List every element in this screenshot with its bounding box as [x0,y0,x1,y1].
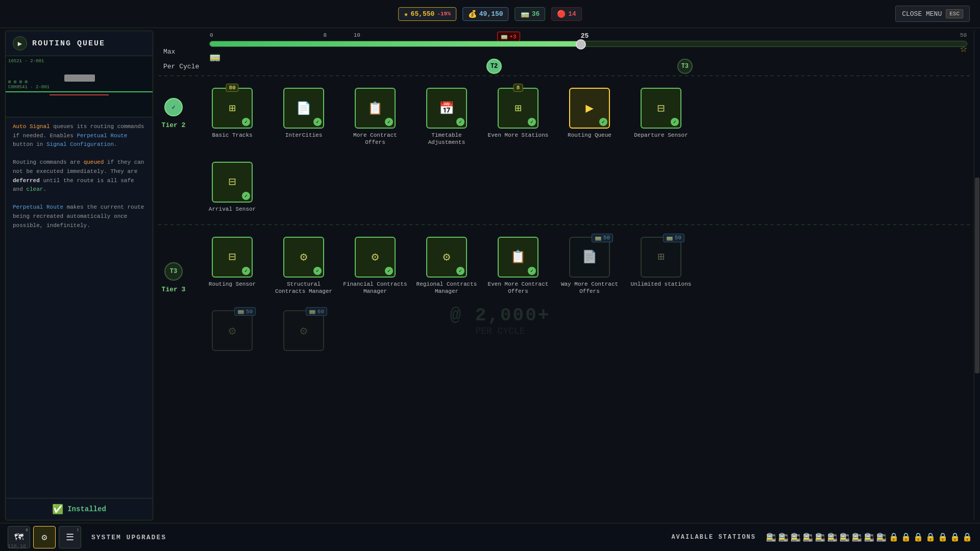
upgrade-departure-sensor[interactable]: ⊟ ✓ Departure Sensor [628,88,694,146]
unlimited-stations-name: Unlimited stations [631,281,692,288]
departure-sensor-icon-box: ⊟ ✓ [641,88,681,129]
stat-trains: 🚃 36 [515,7,546,21]
upgrade-even-more-contract[interactable]: 📋 ✓ Even More Contract Offers [485,237,551,295]
upgrade-basic-tracks[interactable]: ⊞ ✓ 80 Basic Tracks [199,88,265,146]
slider-thumb[interactable] [576,39,586,49]
station-icon-5: 🚉 [815,532,825,542]
close-menu-button[interactable]: CLOSE MENU ESC [895,6,970,22]
upgrade-tier3-item2[interactable]: ⚙ 🚃 60 [271,310,337,354]
way-more-contract-icon-box: 📄 🚃 50 [569,237,610,278]
preview-text: 16521 · 2-001 ⊞ ⊞ ⊞ ⊞ C0H0541 · 2-001 [8,59,50,90]
upgrade-routing-queue[interactable]: ▶ ✓ Routing Queue [556,88,623,146]
unlimited-stations-icon-box: ⊞ 🚃 50 [641,237,681,278]
perpetual-route-link[interactable]: Perpetual Route [77,133,127,139]
timetable-icon: 📅 [439,101,454,116]
tier3-section: T3 Tier 3 ⊟ ✓ Routing Sensor ⚙ ✓ Structu… [158,229,972,303]
tier3-divider [158,220,972,229]
station-icon-4: 🚉 [803,532,813,542]
cost-train-icon2: 🚃 [666,235,673,241]
upgrade-way-more-contract[interactable]: 📄 🚃 50 Way More Contract Offers [556,237,623,295]
money-icon: 💰 [468,10,477,18]
stat-trains-value: 36 [532,10,540,18]
station-icon-2: 🚉 [778,532,789,542]
tier3-icon: T3 [164,262,183,281]
upgrade-intercities[interactable]: 📄 ✓ InterCities [271,88,337,146]
alerts-icon: 🔴 [557,10,566,18]
basic-tracks-name: Basic Tracks [212,132,252,139]
station-icons-group: 🚉 🚉 🚉 🚉 🚉 🚉 🚉 🚉 🚉 🚉 🔒 🔒 🔒 🔒 🔒 🔒 🔒 [766,532,972,542]
toolbar-list-button[interactable]: ☰ I [59,526,81,548]
departure-sensor-icon: ⊟ [657,101,665,116]
tier3-item1-cost: 🚃 50 [234,307,256,316]
departure-sensor-name: Departure Sensor [634,132,688,139]
main-area[interactable]: ☆ Max 🚃 +3 0 8 10 25 50 [158,31,972,520]
routing-sensor-icon: ⊟ [229,249,236,264]
routing-queue-play-icon: ▶ [585,100,594,116]
stat-money: 💰 49,150 [462,7,509,21]
lock-icon-5: 🔒 [938,532,948,542]
installed-check-icon: ✅ [52,504,63,515]
timetable-check: ✓ [456,118,464,126]
even-more-contract-icon-box: 📋 ✓ [498,237,538,278]
marker-10: 10 [354,32,360,38]
divider-line-2 [158,224,972,225]
station-icon-3: 🚉 [791,532,801,542]
queued-text: queued [84,159,104,165]
even-more-contract-check: ✓ [528,267,536,275]
installed-label: Installed [67,505,106,513]
signal-config-link[interactable]: Signal Configuration [46,141,114,147]
overlay-price: @ 2,000+ [450,305,551,326]
tier3-item2-icon: ⚙ [300,323,307,338]
close-menu-label: CLOSE MENU [902,10,942,18]
overlay-sub: PER CYCLE [450,326,551,336]
slider-max-value: 50 [960,32,967,38]
way-more-contract-name: Way More Contract Offers [556,281,623,295]
system-upgrades-label: SYSTEM UPGRADES [91,534,166,541]
installed-badge: ✅ Installed [6,498,153,520]
upgrade-tier3-item1[interactable]: ⚙ 🚃 50 [199,310,265,354]
basic-tracks-badge: 80 [226,84,238,92]
lock-icon-7: 🔒 [962,532,972,542]
lock-icon-6: 🔒 [950,532,960,542]
upgrade-even-more-stations[interactable]: ⊞ ✓ 8 Even More Stations [485,88,551,146]
tier2-section: ✓ Tier 2 ⊞ ✓ 80 Basic Tracks 📄 ✓ InterCi… [158,80,972,154]
marker-0: 0 [210,32,213,38]
arrival-sensor-name: Arrival Sensor [209,206,256,213]
tier3-label: Tier 3 [162,286,186,293]
upgrade-routing-sensor[interactable]: ⊟ ✓ Routing Sensor [199,237,265,295]
way-more-contract-cost: 🚃 50 [592,234,613,242]
arrival-sensor-icon: ⊟ [229,174,236,189]
slider-fill [210,41,581,46]
station-icon-8: 🚉 [852,532,862,542]
upgrade-unlimited-stations[interactable]: ⊞ 🚃 50 Unlimited stations [628,237,694,295]
scroll-thumb[interactable] [975,178,979,373]
routing-sensor-name: Routing Sensor [209,281,256,288]
structural-contracts-icon: ⚙ [300,249,307,264]
esc-badge: ESC [946,9,963,18]
upgrade-arrival-sensor[interactable]: ⊟ ✓ Arrival Sensor [199,162,265,213]
upgrade-regional-contracts[interactable]: ⚙ ✓ Regional Contracts Manager [413,237,480,295]
lock-icon-1: 🔒 [889,532,899,542]
scroll-track[interactable] [974,31,980,520]
structural-contracts-name: Structural Contracts Manager [271,281,337,295]
toolbar-settings-button[interactable]: ⚙ [33,526,56,548]
upgrade-more-contracts[interactable]: 📋 ✓ More Contract Offers [342,88,408,146]
slider-track-max[interactable]: 0 8 10 25 50 [209,41,967,47]
notification-value: +3 [509,34,516,40]
slider-train-icon: 🚃 [209,51,220,62]
routing-queue-name: Routing Queue [568,132,611,139]
upgrade-financial-contracts[interactable]: ⚙ ✓ Financial Contracts Manager [342,237,408,295]
station-icon-1: 🚉 [766,532,776,542]
tier3-badge: T3 [677,59,693,74]
lock-icon-3: 🔒 [913,532,923,542]
basic-tracks-icon-box: ⊞ ✓ 80 [212,88,253,129]
panel-title: ROUTING QUEUE [32,39,105,48]
slider-section: ☆ Max 🚃 +3 0 8 10 25 50 [158,31,972,71]
station-icon-7: 🚉 [840,532,850,542]
star-icon: ★ [404,10,408,18]
train-small-icon: 🚃 [501,33,508,40]
intercities-name: InterCities [285,132,323,139]
upgrade-structural-contracts[interactable]: ⚙ ✓ Structural Contracts Manager [271,237,337,295]
stat-stars-delta: -19% [437,11,450,17]
upgrade-timetable[interactable]: 📅 ✓ Timetable Adjustments [413,88,480,146]
